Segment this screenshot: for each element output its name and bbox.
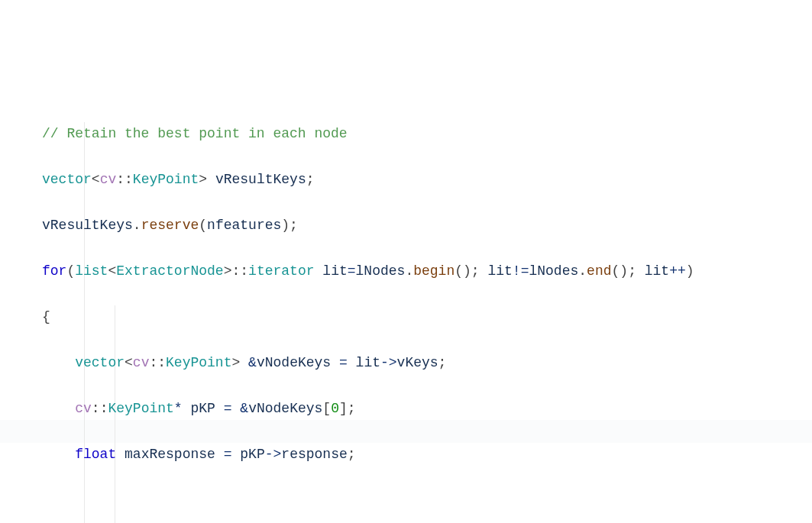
for-keyword: for (42, 263, 66, 279)
code-block: // Retain the best point in each node ve… (0, 76, 812, 523)
comment: // Retain the best point in each node (42, 126, 348, 141)
maxresponse-decl: maxResponse (125, 447, 215, 462)
vresultkeys-decl: vResultKeys (215, 172, 306, 187)
code-editor: // Retain the best point in each node ve… (0, 0, 812, 523)
vector-type: vector (42, 172, 92, 187)
pkp-decl: pKP (190, 401, 215, 416)
vnodekeys-decl: vNodeKeys (257, 355, 331, 370)
brace-open: { (42, 309, 50, 324)
